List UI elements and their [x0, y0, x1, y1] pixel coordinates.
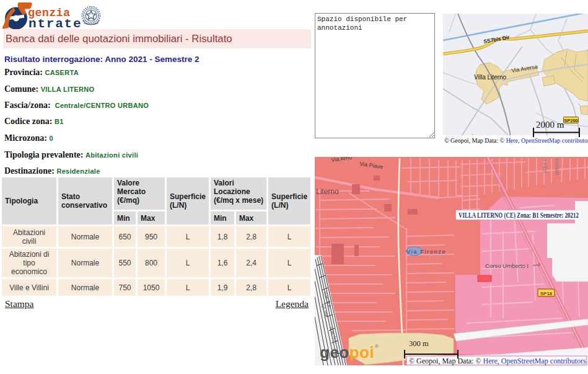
svg-text:ntrate: ntrate [29, 17, 82, 30]
svg-text:®: ® [375, 344, 379, 349]
svg-text:estrieri: estrieri [554, 158, 560, 175]
svg-text:© Geopoi, Map Data: © Here, Op: © Geopoi, Map Data: © Here, OpenStreetMa… [409, 357, 586, 365]
svg-text:Via Firenze: Via Firenze [406, 248, 446, 255]
svg-text:VILLA LITERNO (CE) Zona: B1 Se: VILLA LITERNO (CE) Zona: B1 Semestre: 20… [459, 211, 579, 220]
svg-text:SP18: SP18 [540, 291, 553, 296]
svg-text:Villa Literno: Villa Literno [474, 74, 507, 81]
svg-text:300 m: 300 m [409, 339, 429, 348]
svg-text:geopoi: geopoi [320, 343, 374, 362]
svg-text:© Geopoi, Map Data: © Here, Op: © Geopoi, Map Data: © Here, OpenStreetMa… [444, 137, 588, 144]
svg-text:Corso Umberto I: Corso Umberto I [485, 263, 529, 269]
svg-text:o Filzi: o Filzi [542, 158, 548, 173]
svg-text:Literno: Literno [316, 187, 339, 196]
svg-text:SP200: SP200 [564, 118, 578, 123]
svg-text:2000 m: 2000 m [536, 120, 564, 130]
